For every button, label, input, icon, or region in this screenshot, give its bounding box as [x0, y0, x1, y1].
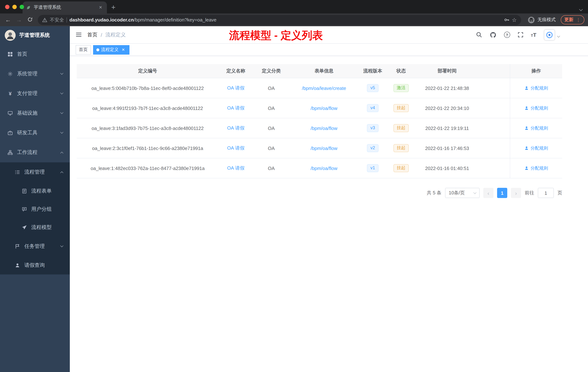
- assign-rule-button[interactable]: 分配规则: [524, 105, 548, 111]
- caret-down-icon: [557, 34, 560, 37]
- forward-button[interactable]: →: [15, 17, 23, 23]
- browser-toolbar: ← → 不安全 dashboard.yudao.iocoder.cn/bpm/m…: [0, 13, 588, 26]
- form-link[interactable]: /bpm/oa/flow: [311, 145, 337, 151]
- browser-update-button[interactable]: 更新 ⋮: [561, 15, 584, 24]
- github-icon[interactable]: [490, 32, 496, 38]
- back-button[interactable]: ←: [4, 17, 12, 23]
- flag-icon: [15, 244, 20, 249]
- form-link[interactable]: /bpm/oa/flow: [311, 165, 337, 171]
- sidebar-item-task-management[interactable]: 任务管理: [0, 237, 70, 256]
- definition-category: OA: [253, 98, 289, 118]
- definition-id: oa_leave:4:991f2193-7b7f-11ec-a3c8-acde4…: [77, 98, 219, 118]
- sidebar-item-leave-query[interactable]: 请假查询: [0, 256, 70, 274]
- assign-rule-button[interactable]: 分配规则: [524, 165, 548, 171]
- sidebar-item-infrastructure[interactable]: 基础设施: [0, 103, 70, 123]
- form-link[interactable]: /bpm/oa/flow: [311, 105, 337, 111]
- assign-rule-button[interactable]: 分配规则: [524, 85, 548, 91]
- form-link[interactable]: /bpm/oa/leave/create: [302, 85, 346, 91]
- search-icon[interactable]: [476, 32, 482, 38]
- deploy-time: 2022-01-22 20:34:10: [415, 98, 479, 118]
- table-row: oa_leave:4:991f2193-7b7f-11ec-a3c8-acde4…: [77, 98, 562, 118]
- breadcrumb: 首页 / 流程定义: [87, 32, 126, 38]
- sidebar-item-home[interactable]: 首页: [0, 44, 70, 64]
- site-favicon-icon: [26, 5, 31, 10]
- definition-name-link[interactable]: OA 请假: [227, 105, 244, 111]
- browser-menu-icon[interactable]: ⋮: [576, 17, 581, 22]
- chevron-down-icon: [60, 72, 63, 75]
- deploy-time: 2022-01-22 19:19:11: [415, 118, 479, 138]
- definition-name-link[interactable]: OA 请假: [227, 145, 244, 152]
- font-size-icon[interactable]: TT: [531, 32, 536, 37]
- row-spacer: [479, 118, 510, 138]
- goto-page-input[interactable]: [538, 188, 554, 198]
- tag-home[interactable]: 首页: [76, 45, 91, 55]
- tab-close-icon[interactable]: ×: [97, 4, 104, 11]
- close-window-button[interactable]: [5, 5, 10, 9]
- col-process-version: 流程版本: [358, 64, 387, 78]
- password-key-icon[interactable]: [504, 17, 509, 22]
- sidebar-item-devtools[interactable]: 研发工具: [0, 123, 70, 143]
- maximize-window-button[interactable]: [20, 5, 24, 9]
- page-size-select[interactable]: 10条/页: [445, 188, 480, 198]
- top-navbar: 首页 / 流程定义 流程模型 - 定义列表 ?: [70, 26, 588, 44]
- assign-rule-button[interactable]: 分配规则: [524, 145, 548, 151]
- sidebar-item-workflow[interactable]: 工作流程: [0, 143, 70, 162]
- version-badge: v4: [367, 104, 378, 112]
- monitor-icon: [7, 111, 13, 116]
- definition-id: oa_leave:3:1fad3d93-7b75-11ec-a3c8-acde4…: [77, 118, 219, 138]
- browser-tab[interactable]: 芋道管理系统 ×: [22, 1, 107, 13]
- bookmark-star-icon[interactable]: ☆: [512, 17, 517, 23]
- breadcrumb-home[interactable]: 首页: [87, 32, 97, 38]
- sidebar-item-process-management[interactable]: 流程管理: [0, 162, 70, 182]
- url-domain: dashboard.yudao.iocoder.cn: [69, 17, 134, 22]
- window-controls: [5, 5, 24, 9]
- table-row: oa_leave:3:1fad3d93-7b75-11ec-a3c8-acde4…: [77, 118, 562, 138]
- definition-name-link[interactable]: OA 请假: [227, 165, 244, 171]
- definition-name-link[interactable]: OA 请假: [227, 125, 244, 131]
- tags-bar: 首页 流程定义 ×: [70, 44, 588, 56]
- definition-category: OA: [253, 118, 289, 138]
- col-definition-category: 定义分类: [253, 64, 289, 78]
- sidebar-item-process-model[interactable]: 流程模型: [0, 219, 70, 237]
- definition-id: oa_leave:2:3c1f0ef1-76b1-11ec-9c66-a2380…: [77, 138, 219, 158]
- sidebar-item-payment[interactable]: ¥ 支付管理: [0, 84, 70, 103]
- assign-rule-button[interactable]: 分配规则: [524, 125, 548, 131]
- person-icon: [15, 263, 20, 268]
- status-badge: 激活: [393, 84, 409, 92]
- page-content: 定义编号 定义名称 定义分类 表单信息 流程版本 状态 部署时间 操作 oa_l…: [70, 56, 588, 372]
- logo-avatar: [5, 30, 16, 41]
- url-text[interactable]: dashboard.yudao.iocoder.cn/bpm/manager/d…: [69, 17, 501, 22]
- sidebar-item-system[interactable]: 系统管理: [0, 64, 70, 84]
- app-shell: 芋道管理系统 首页 系统管理 ¥ 支付管理 基础设施: [0, 26, 588, 372]
- sidebar-item-process-form[interactable]: 流程表单: [0, 182, 70, 200]
- sidebar-logo[interactable]: 芋道管理系统: [0, 26, 70, 44]
- address-bar[interactable]: 不安全 dashboard.yudao.iocoder.cn/bpm/manag…: [38, 15, 521, 25]
- user-avatar-menu[interactable]: [544, 29, 560, 40]
- fullscreen-icon[interactable]: [518, 32, 523, 37]
- page-unit-label: 页: [557, 190, 562, 196]
- new-tab-button[interactable]: +: [111, 4, 116, 11]
- help-icon[interactable]: ?: [504, 32, 510, 38]
- sidebar-toggle-icon[interactable]: [76, 32, 82, 37]
- deploy-time: 2022-01-22 21:48:38: [415, 78, 479, 98]
- sidebar-item-user-group[interactable]: 用户分组: [0, 200, 70, 219]
- version-badge: v1: [367, 164, 378, 172]
- col-definition-name: 定义名称: [219, 64, 253, 78]
- page-1-button[interactable]: 1: [497, 188, 507, 198]
- reload-button[interactable]: [25, 17, 34, 23]
- chevron-down-icon: [473, 191, 477, 194]
- prev-page-button[interactable]: ‹: [483, 188, 494, 198]
- tab-search-caret-icon[interactable]: [580, 5, 582, 12]
- tab-title: 芋道管理系统: [34, 4, 94, 11]
- version-badge: v3: [367, 124, 378, 132]
- form-link[interactable]: /bpm/oa/flow: [311, 125, 337, 131]
- minimize-window-button[interactable]: [12, 5, 17, 9]
- definition-name-link[interactable]: OA 请假: [227, 85, 244, 91]
- col-actions: 操作: [510, 64, 562, 78]
- security-label[interactable]: 不安全: [50, 17, 64, 23]
- col-definition-id: 定义编号: [77, 64, 219, 78]
- next-page-button[interactable]: ›: [511, 188, 521, 198]
- tag-process-definition[interactable]: 流程定义 ×: [93, 45, 129, 55]
- form-icon: [21, 188, 27, 194]
- tag-close-icon[interactable]: ×: [120, 47, 126, 53]
